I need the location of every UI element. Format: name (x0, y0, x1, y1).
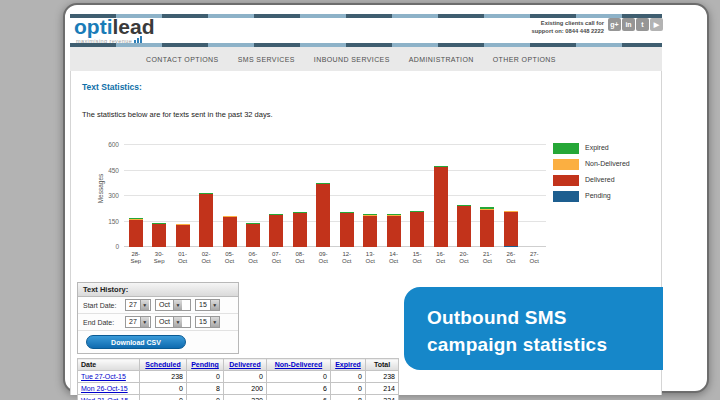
nav-item-inbound-services[interactable]: INBOUND SERVICES (314, 56, 390, 63)
page-title: Text Statistics: (82, 82, 142, 92)
nav-item-administration[interactable]: ADMINISTRATION (409, 56, 474, 63)
bar-segment-delivered (316, 184, 330, 247)
bar-segment-delivered (480, 210, 494, 247)
nav-item-contact-options[interactable]: CONTACT OPTIONS (146, 56, 219, 63)
nav-item-sms-services[interactable]: SMS SERVICES (238, 56, 295, 63)
support-text: Existing clients call for support on: 08… (520, 20, 604, 35)
screenshot-stage: optilead maximising revenue Existing cli… (0, 0, 720, 400)
x-tick-label: 21-Oct (475, 251, 499, 265)
bar-segment-expired (293, 212, 307, 213)
bar-20-oct (457, 205, 471, 247)
value-cell: 0 (331, 383, 366, 395)
table-row: Tue 27-Oct-152380000238 (78, 371, 399, 383)
start-month-select[interactable]: Oct▼ (155, 299, 191, 311)
x-tick-label: 09-Oct (311, 251, 335, 265)
bar-segment-expired (410, 211, 424, 212)
x-tick-label: 27-Oct (522, 251, 546, 265)
bar-segment-expired (152, 223, 166, 224)
end-month-select[interactable]: Oct▼ (155, 316, 191, 328)
bar-segment-delivered (246, 224, 260, 247)
bar-segment-delivered (152, 224, 166, 247)
legend-swatch (553, 175, 579, 186)
legend-label: Pending (585, 191, 633, 200)
bar-segment-expired (340, 212, 354, 213)
x-tick-label: 30-Sep (147, 251, 171, 265)
value-cell: 238 (366, 371, 399, 383)
x-tick-label: 13-Oct (358, 251, 382, 265)
x-tick-label: 02-Oct (194, 251, 218, 265)
value-cell: 220 (224, 395, 267, 400)
bar-segment-expired (199, 193, 213, 194)
x-tick-label: 01-Oct (171, 251, 195, 265)
linkedin-icon[interactable]: in (622, 18, 635, 31)
bar-segment-delivered (410, 212, 424, 247)
date-link[interactable]: Wed 21-Oct-15 (78, 395, 140, 400)
bar-segment-delivered (387, 216, 401, 247)
social-icons: g+int▶ (608, 18, 663, 31)
nav-item-other-options[interactable]: OTHER OPTIONS (493, 56, 556, 63)
value-cell: 8 (331, 395, 366, 400)
support-line1: Existing clients call for (520, 20, 604, 28)
table-header-delivered[interactable]: Delivered (224, 359, 267, 371)
nav-bar: CONTACT OPTIONSSMS SERVICESINBOUND SERVI… (70, 47, 662, 71)
chart-legend: ExpiredNon-DeliveredDeliveredPending (553, 143, 633, 207)
legend-item-non-delivered: Non-Delivered (553, 159, 633, 170)
x-tick-label: 16-Oct (429, 251, 453, 265)
x-tick-label: 12-Oct (335, 251, 359, 265)
value-cell: 0 (140, 383, 187, 395)
y-tick-label: 0 (89, 243, 119, 250)
bar-segment-pending (504, 246, 518, 247)
stats-table: DateScheduledPendingDeliveredNon-Deliver… (77, 358, 399, 400)
legend-label: Delivered (585, 175, 633, 184)
bar-30-sep (152, 223, 166, 247)
header-stripe-top (70, 14, 662, 18)
legend-item-delivered: Delivered (553, 175, 633, 186)
date-link[interactable]: Mon 26-Oct-15 (78, 383, 140, 395)
chart-plot: Messages 015030045060028-Sep30-Sep01-Oct… (124, 145, 546, 247)
value-cell: 0 (224, 371, 267, 383)
bar-segment-expired (480, 207, 494, 208)
download-csv-button[interactable]: Download CSV (86, 335, 186, 349)
table-row: Wed 21-Oct-150022068234 (78, 395, 399, 400)
date-link[interactable]: Tue 27-Oct-15 (78, 371, 140, 383)
table-header-non-delivered[interactable]: Non-Delivered (267, 359, 331, 371)
bar-07-oct (269, 214, 283, 247)
bar-21-oct (480, 207, 494, 247)
x-tick-label: 14-Oct (382, 251, 406, 265)
end-day-select[interactable]: 27▼ (125, 316, 151, 328)
value-cell: 214 (366, 383, 399, 395)
value-cell: 0 (187, 395, 224, 400)
bar-01-oct (176, 224, 190, 247)
youtube-icon[interactable]: ▶ (650, 18, 663, 31)
grid-line (124, 170, 546, 171)
x-tick-label: 15-Oct (405, 251, 429, 265)
twitter-icon[interactable]: t (636, 18, 649, 31)
table-header-expired[interactable]: Expired (331, 359, 366, 371)
start-year-select[interactable]: 15▼ (195, 299, 220, 311)
x-tick-label: 08-Oct (288, 251, 312, 265)
table-header-row: DateScheduledPendingDeliveredNon-Deliver… (78, 359, 399, 371)
google-plus-icon[interactable]: g+ (608, 18, 621, 31)
legend-swatch (553, 143, 579, 154)
start-day-select[interactable]: 27▼ (125, 299, 151, 311)
optilead-logo[interactable]: optilead (74, 16, 155, 37)
callout-banner: Outbound SMS campaign statistics (404, 287, 663, 370)
end-year-select[interactable]: 15▼ (195, 316, 220, 328)
y-tick-label: 150 (89, 218, 119, 225)
table-header-pending[interactable]: Pending (187, 359, 224, 371)
bar-segment-non-delivered (129, 219, 143, 220)
table-header-scheduled[interactable]: Scheduled (140, 359, 187, 371)
value-cell: 200 (224, 383, 267, 395)
value-cell: 6 (267, 383, 331, 395)
bar-segment-non-delivered (176, 224, 190, 225)
bar-segment-expired (129, 218, 143, 219)
value-cell: 0 (331, 371, 366, 383)
bar-segment-non-delivered (480, 209, 494, 210)
end-date-label: End Date: (83, 319, 125, 326)
x-tick-label: 07-Oct (264, 251, 288, 265)
support-line2: support on: 0844 448 2222 (520, 28, 604, 36)
x-tick-label: 20-Oct (452, 251, 476, 265)
bar-02-oct (199, 193, 213, 247)
chevron-down-icon: ▼ (140, 317, 149, 327)
bar-segment-delivered (199, 194, 213, 247)
